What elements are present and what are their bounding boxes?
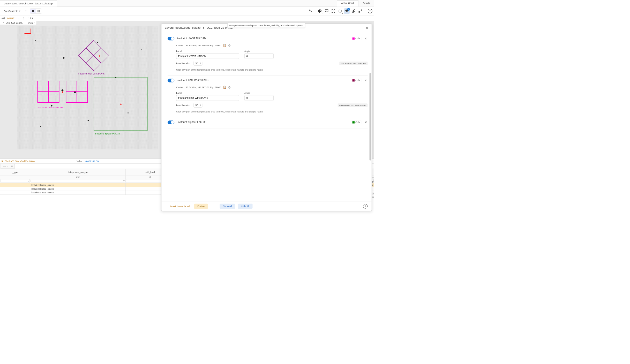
label-field-label: Label [176, 92, 239, 94]
column-header[interactable]: dataproduct_subtype [30, 169, 126, 175]
prev-image-button[interactable]: 〈 [16, 16, 21, 20]
svg-point-6 [319, 10, 320, 10]
enable-mask-button[interactable]: Enable [194, 204, 208, 209]
svg-rect-21 [48, 92, 59, 103]
footprint-angle-input[interactable] [244, 53, 274, 59]
hst-overlay-label: Footprint: HST WFC3/UVIS [78, 72, 105, 75]
svg-rect-15 [94, 48, 109, 63]
target-icon[interactable]: ◎ [228, 86, 231, 89]
tools-icon[interactable] [308, 8, 313, 14]
column-type: char [30, 175, 126, 179]
add-chart-icon[interactable]: + [368, 9, 372, 13]
help-icon[interactable]: ? [363, 204, 368, 209]
close-panel-icon[interactable]: ✕ [366, 26, 368, 29]
center-label: Center: [176, 86, 184, 88]
center-value: 56.114325, -34.966736 Equ J2000 [186, 44, 221, 47]
view-grid-button[interactable] [36, 9, 42, 13]
spitzer-overlay-label: Footprint: Spitzer IRAC36 [95, 132, 120, 135]
layers-panel: Layers- deepCoadd_calexp - r - DC2-4025-… [161, 24, 372, 211]
svg-rect-3 [38, 11, 39, 12]
hide-all-button[interactable]: Hide All [238, 204, 252, 209]
angle-field-label: Angle [244, 50, 274, 52]
remove-footprint-icon[interactable]: ✕ [364, 120, 368, 125]
tab-active-chart[interactable]: Active Chart [337, 0, 358, 7]
image-fov: FOV: 27' [25, 21, 37, 25]
svg-rect-25 [77, 92, 88, 103]
file-contents-label: File Contents [4, 10, 18, 12]
remove-footprint-icon[interactable]: ✕ [364, 36, 368, 41]
column-filter[interactable] [31, 179, 125, 183]
footprint-toggle[interactable] [168, 37, 174, 40]
color-palette-icon[interactable]: ▾ [317, 8, 322, 14]
svg-rect-4 [39, 11, 40, 12]
color-picker[interactable]: Color [351, 37, 362, 40]
hst-center-marker: + [98, 54, 100, 58]
svg-point-7 [320, 10, 321, 11]
pin-icon[interactable] [23, 8, 28, 13]
jwst-center-marker: + [62, 90, 64, 94]
stepper-icon: ▴▾ [200, 62, 201, 64]
image-tab[interactable]: - r - DC2-4025-22 (#t... [0, 21, 25, 25]
column-header[interactable]: _type [0, 169, 30, 175]
footprint-angle-input[interactable] [244, 95, 274, 101]
show-all-button[interactable]: Show All [220, 204, 235, 209]
layers-panel-title: Layers- deepCoadd_calexp - r - DC2-4025-… [165, 26, 233, 29]
label-location-label: Label Location [176, 104, 190, 107]
clipboard-icon[interactable]: 📋 [223, 44, 226, 47]
footprint-name: Footprint: Spitzer IRAC36 [177, 121, 206, 124]
next-image-button[interactable]: 〉 [22, 16, 27, 20]
label-field-label: Label [176, 50, 239, 52]
footprint-toggle[interactable] [168, 79, 174, 82]
lock-icon: ⎘ [2, 160, 3, 162]
footprint-name: Footprint: HST WFC3/UVIS [177, 79, 208, 82]
compass-icon: E [23, 27, 35, 37]
data-product-tab[interactable]: Data Product: ivoa.ObsCore - data.lsst.c… [0, 0, 57, 7]
svg-point-5 [319, 10, 319, 11]
add-another-button[interactable]: Add another HST WFC3/UVIS [338, 103, 368, 107]
center-value: 56.043644, -34.897162 Equ J2000 [186, 86, 221, 88]
recenter-icon[interactable] [331, 8, 336, 14]
svg-rect-19 [48, 81, 59, 92]
add-another-button[interactable]: Add another JWST NIRCAM [339, 62, 368, 65]
pointer-coords: 3h43m53.58s, -34d58m08.0s [5, 160, 35, 162]
svg-rect-22 [66, 81, 77, 92]
color-picker[interactable]: Color [351, 79, 362, 82]
image-index-prefix: #1): [2, 17, 5, 19]
link-icon[interactable]: ▾ [351, 8, 356, 14]
file-contents-dropdown[interactable]: File Contents ▾ [2, 9, 22, 13]
layer-count-badge: 7 [347, 8, 350, 11]
expand-icon[interactable] [358, 8, 363, 14]
hst-footprint[interactable] [71, 33, 117, 79]
svg-rect-23 [77, 81, 88, 92]
footprint-hint: Click any part of the footprint and drag… [176, 68, 287, 71]
spitzer-center-marker: + [120, 102, 122, 106]
remove-footprint-icon[interactable]: ✕ [364, 78, 368, 83]
stretch-icon[interactable]: ▾ [324, 8, 329, 14]
scrollbar-thumb[interactable] [370, 73, 371, 161]
column-type [0, 175, 30, 179]
table-tab[interactable]: .lsst.cl... ✕ [1, 164, 14, 169]
view-single-button[interactable] [30, 9, 36, 13]
svg-text:E: E [24, 32, 25, 35]
label-location-label: Label Location [176, 62, 190, 65]
label-location-select[interactable]: SE ▴▾ [193, 61, 202, 66]
clipboard-icon[interactable]: 📋 [223, 86, 226, 89]
footprint-toggle[interactable] [168, 120, 174, 124]
image-toolbar: File Contents ▾ ▾ ▾ ▾ 7 ▾ [0, 7, 374, 15]
select-region-icon[interactable]: ▾ [337, 8, 343, 14]
column-filter[interactable] [1, 179, 30, 183]
label-location-select[interactable]: SE ▴▾ [193, 103, 202, 108]
footprint-label-input[interactable] [176, 53, 239, 59]
target-icon[interactable]: ◎ [228, 44, 231, 47]
footprint-label-input[interactable] [176, 95, 239, 101]
angle-field-label: Angle [244, 92, 274, 94]
tab-details[interactable]: Details [358, 0, 374, 7]
jwst-overlay-label: Footprint: JWST NIRCAM [39, 106, 63, 109]
stepper-icon: ▴▾ [200, 104, 201, 106]
close-icon[interactable]: ✕ [11, 165, 13, 168]
image-position: 1 / 3 [28, 17, 33, 19]
svg-rect-2 [39, 10, 40, 11]
table-tab-label: .lsst.cl... [2, 165, 10, 168]
layers-icon[interactable]: 7 [344, 8, 350, 14]
color-picker[interactable]: Color [351, 121, 362, 124]
